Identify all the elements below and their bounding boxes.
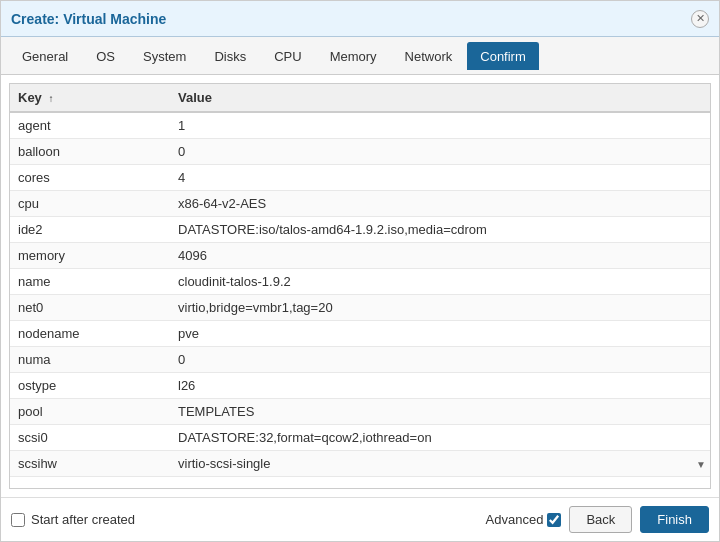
finish-button[interactable]: Finish	[640, 506, 709, 533]
tab-memory[interactable]: Memory	[317, 42, 390, 70]
table-row: cpux86-64-v2-AES	[10, 191, 710, 217]
start-after-created-label[interactable]: Start after created	[11, 512, 135, 527]
advanced-label[interactable]: Advanced	[486, 512, 562, 527]
tab-system[interactable]: System	[130, 42, 199, 70]
table-row: net0virtio,bridge=vmbr1,tag=20	[10, 295, 710, 321]
value-column-header: Value	[170, 84, 710, 112]
table-row: namecloudinit-talos-1.9.2	[10, 269, 710, 295]
table-cell-value: pve	[170, 321, 710, 347]
table-cell-key: pool	[10, 399, 170, 425]
footer-left: Start after created	[11, 512, 135, 527]
close-button[interactable]: ✕	[691, 10, 709, 28]
table-header-row: Key ↑ Value	[10, 84, 710, 112]
table-cell-key: name	[10, 269, 170, 295]
table-cell-value: 4096	[170, 243, 710, 269]
advanced-checkbox[interactable]	[547, 513, 561, 527]
table-cell-value: l26	[170, 373, 710, 399]
table-row: poolTEMPLATES	[10, 399, 710, 425]
start-after-created-text: Start after created	[31, 512, 135, 527]
tab-disks[interactable]: Disks	[201, 42, 259, 70]
table-row: scsihwvirtio-scsi-single▼	[10, 451, 710, 477]
dropdown-arrow-icon[interactable]: ▼	[696, 458, 706, 469]
footer-right: Advanced Back Finish	[486, 506, 709, 533]
tab-bar: General OS System Disks CPU Memory Netwo…	[1, 37, 719, 75]
dialog-title: Create: Virtual Machine	[11, 11, 166, 27]
tab-cpu[interactable]: CPU	[261, 42, 314, 70]
table-cell-key: cpu	[10, 191, 170, 217]
table-body: agent1balloon0cores4cpux86-64-v2-AESide2…	[10, 112, 710, 477]
table-cell-value: virtio-scsi-single▼	[170, 451, 710, 477]
table-cell-value: DATASTORE:iso/talos-amd64-1.9.2.iso,medi…	[170, 217, 710, 243]
table-cell-key: balloon	[10, 139, 170, 165]
table-row: nodenamepve	[10, 321, 710, 347]
table-row: memory4096	[10, 243, 710, 269]
table-cell-value: DATASTORE:32,format=qcow2,iothread=on	[170, 425, 710, 451]
create-vm-dialog: Create: Virtual Machine ✕ General OS Sys…	[0, 0, 720, 542]
table-cell-value: 0	[170, 139, 710, 165]
tab-os[interactable]: OS	[83, 42, 128, 70]
table-cell-value: 0	[170, 347, 710, 373]
table-row: ide2DATASTORE:iso/talos-amd64-1.9.2.iso,…	[10, 217, 710, 243]
table-cell-key: scsihw	[10, 451, 170, 477]
table-cell-value: cloudinit-talos-1.9.2	[170, 269, 710, 295]
advanced-text: Advanced	[486, 512, 544, 527]
table-row: scsi0DATASTORE:32,format=qcow2,iothread=…	[10, 425, 710, 451]
key-column-header[interactable]: Key ↑	[10, 84, 170, 112]
table-cell-key: cores	[10, 165, 170, 191]
table-cell-key: scsi0	[10, 425, 170, 451]
table-cell-key: agent	[10, 112, 170, 139]
config-table: Key ↑ Value agent1balloon0cores4cpux86-6…	[10, 84, 710, 477]
main-content: Key ↑ Value agent1balloon0cores4cpux86-6…	[1, 75, 719, 497]
table-cell-key: numa	[10, 347, 170, 373]
table-cell-value: virtio,bridge=vmbr1,tag=20	[170, 295, 710, 321]
sort-icon: ↑	[48, 93, 53, 104]
tab-general[interactable]: General	[9, 42, 81, 70]
start-after-created-checkbox[interactable]	[11, 513, 25, 527]
table-cell-key: net0	[10, 295, 170, 321]
table-cell-value: TEMPLATES	[170, 399, 710, 425]
config-table-container: Key ↑ Value agent1balloon0cores4cpux86-6…	[9, 83, 711, 489]
footer: Start after created Advanced Back Finish	[1, 497, 719, 541]
table-cell-key: ide2	[10, 217, 170, 243]
table-row: agent1	[10, 112, 710, 139]
table-row: cores4	[10, 165, 710, 191]
table-cell-value: 4	[170, 165, 710, 191]
table-cell-value: 1	[170, 112, 710, 139]
title-bar: Create: Virtual Machine ✕	[1, 1, 719, 37]
back-button[interactable]: Back	[569, 506, 632, 533]
tab-confirm[interactable]: Confirm	[467, 42, 539, 70]
table-row: ostypel26	[10, 373, 710, 399]
table-cell-key: memory	[10, 243, 170, 269]
table-row: numa0	[10, 347, 710, 373]
tab-network[interactable]: Network	[392, 42, 466, 70]
table-row: balloon0	[10, 139, 710, 165]
table-cell-key: ostype	[10, 373, 170, 399]
table-cell-value: x86-64-v2-AES	[170, 191, 710, 217]
table-cell-key: nodename	[10, 321, 170, 347]
